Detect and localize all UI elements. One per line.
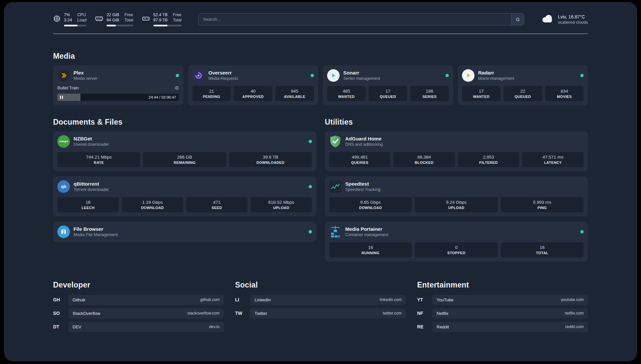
- bookmark-youtube: YT YouTube youtube.com: [417, 295, 588, 305]
- radarr-icon: [462, 69, 474, 82]
- cpu-label-top: CPU: [77, 13, 86, 17]
- bookmark-abbr: YT: [417, 297, 432, 302]
- stat-box: 1.19 Gbps DOWNLOAD: [122, 197, 183, 212]
- bookmark-dev: DT DEV dev.to: [53, 322, 224, 332]
- status-dot: [309, 230, 312, 233]
- bookmark-link[interactable]: LinkedIn linkedin.com: [250, 295, 406, 305]
- disk-usage-bar: [153, 25, 182, 26]
- status-dot: [580, 230, 584, 233]
- stat-box: 17 QUEUED: [369, 86, 407, 101]
- bookmark-abbr: RE: [417, 324, 432, 329]
- pause-icon[interactable]: [60, 96, 63, 99]
- app-subtitle: Series management: [343, 76, 380, 81]
- plex-player-bar[interactable]: 24:44 / 02:06:47: [57, 94, 179, 101]
- overseerr-icon: [192, 69, 205, 82]
- topbar: 7% 3.24 CPU Load: [53, 13, 588, 26]
- now-playing-title: Bullet Train: [57, 85, 79, 90]
- stat-box: 16 RUNNING: [329, 242, 412, 258]
- dashboard-panel: 7% 3.24 CPU Load: [4, 2, 637, 361]
- stat-box: 9.65 Gbps DOWNLOAD: [329, 197, 412, 212]
- stat-box: 47.571 ms LATENCY: [522, 152, 584, 167]
- cpu-label-bottom: Load: [77, 18, 86, 22]
- bookmark-link[interactable]: Reddit reddit.com: [432, 322, 588, 332]
- app-name: NZBGet: [74, 136, 109, 141]
- developer-section: Developer GH Github github.com SO StackO…: [53, 281, 224, 335]
- stat-box: 21 PENDING: [192, 86, 231, 101]
- app-subtitle: Torrent downloader: [74, 187, 109, 192]
- portainer-icon: [329, 226, 342, 238]
- bookmark-abbr: LI: [235, 297, 250, 302]
- app-name: Sonarr: [343, 70, 380, 76]
- app-subtitle: Media Requests: [208, 76, 238, 81]
- plex-icon: [57, 69, 70, 82]
- status-dot: [309, 140, 312, 143]
- bookmark-abbr: NF: [417, 311, 432, 316]
- bookmark-link[interactable]: DEV dev.to: [68, 322, 224, 332]
- search-input[interactable]: [198, 13, 524, 25]
- stat-box: 485 WANTED: [327, 86, 366, 101]
- speedtest-card[interactable]: Speedtest Speedtest Tracking 9.65 Gbps D…: [325, 176, 588, 216]
- app-subtitle: Movie management: [478, 76, 514, 81]
- gear-icon[interactable]: ⚙: [175, 85, 179, 91]
- cpu-icon: [53, 15, 61, 24]
- filebrowser-icon: [57, 226, 70, 238]
- ram-usage-fill: [107, 25, 116, 26]
- bookmark-github: GH Github github.com: [53, 295, 224, 305]
- stat-box: 618.52 Mbps UPLOAD: [251, 197, 312, 212]
- stat-box: 834 MOVIES: [545, 86, 584, 101]
- ram-usage-bar: [107, 25, 133, 26]
- stat-box: 22 QUEUED: [504, 86, 542, 101]
- bookmark-twitter: TW Twitter twitter.com: [235, 308, 406, 318]
- filebrowser-card[interactable]: File Browser Media File Management: [53, 222, 316, 242]
- bookmark-link[interactable]: StackOverflow stackoverflow.com: [68, 308, 224, 318]
- stat-box: 86,384 BLOCKED: [393, 152, 455, 167]
- stat-box: 266 GB REMAINING: [143, 152, 226, 167]
- bookmark-reddit: RE Reddit reddit.com: [417, 322, 588, 332]
- status-dot: [580, 74, 584, 77]
- stat-box: 2,953 FILTERED: [458, 152, 519, 167]
- app-subtitle: Media server: [74, 76, 97, 81]
- bookmark-abbr: TW: [235, 311, 250, 316]
- stat-box: 40 APPROVED: [234, 86, 272, 101]
- topbar-divider: [53, 34, 588, 34]
- cpu-usage-fill: [64, 25, 77, 26]
- search-provider-button[interactable]: G: [511, 14, 524, 25]
- nzbget-card[interactable]: nzbget NZBGet Usenet downloader 744.21 M…: [53, 131, 316, 171]
- app-name: Media Portainer: [345, 226, 388, 232]
- entertainment-section-title: Entertainment: [417, 281, 588, 289]
- app-name: Speedtest: [345, 181, 381, 187]
- cloud-icon: [541, 14, 554, 25]
- cpu-percent: 7%: [64, 13, 72, 17]
- bookmark-link[interactable]: Github github.com: [68, 295, 224, 305]
- status-dot: [309, 185, 312, 188]
- radarr-card[interactable]: Radarr Movie management 17 WANTED 22 QUE…: [458, 65, 588, 105]
- bookmark-link[interactable]: Netflix netflix.com: [432, 308, 588, 318]
- portainer-card[interactable]: Media Portainer Container management 16 …: [325, 222, 588, 261]
- playback-time: 24:44 / 02:06:47: [149, 95, 176, 99]
- documents-section-title: Documents & Files: [53, 118, 316, 127]
- stat-box: 16 TOTAL: [501, 242, 584, 258]
- app-name: qBittorrent: [74, 181, 109, 187]
- qbittorrent-card[interactable]: qb qBittorrent Torrent downloader 16: [53, 176, 316, 216]
- ram-free-label: Free: [124, 13, 133, 17]
- overseerr-card[interactable]: Overseerr Media Requests 21 PENDING 40 A…: [188, 65, 318, 105]
- bookmark-link[interactable]: YouTube youtube.com: [432, 295, 588, 305]
- weather-location: Lviv, 16.87°C: [558, 14, 588, 19]
- status-dot: [176, 74, 179, 77]
- media-section: Media Plex Media server: [53, 52, 588, 105]
- entertainment-section: Entertainment YT YouTube youtube.com NF …: [417, 281, 588, 335]
- disk-total-value: 97.9 TB: [153, 18, 168, 22]
- bookmark-abbr: DT: [53, 324, 68, 329]
- app-subtitle: DNS and adblocking: [345, 142, 383, 147]
- adguard-card[interactable]: AdGuard Home DNS and adblocking 498,461 …: [325, 131, 588, 171]
- plex-card[interactable]: Plex Media server Bullet Train ⚙ 24:44 /…: [53, 65, 183, 105]
- stat-box: 196 SERIES: [410, 86, 449, 101]
- developer-section-title: Developer: [53, 281, 224, 289]
- stat-box: 16 LEECH: [57, 197, 119, 212]
- utilities-section-title: Utilities: [325, 118, 588, 127]
- bookmark-link[interactable]: Twitter twitter.com: [250, 308, 406, 318]
- sonarr-card[interactable]: Sonarr Series management 485 WANTED 17 Q…: [323, 65, 453, 105]
- status-dot: [311, 74, 314, 77]
- app-name: AdGuard Home: [345, 136, 383, 141]
- stat-box: 471 SEED: [186, 197, 248, 212]
